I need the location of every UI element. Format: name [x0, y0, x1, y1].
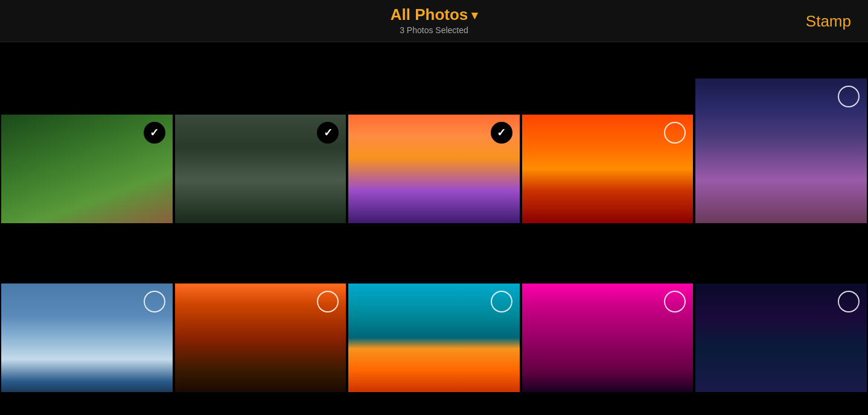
photo-item-p3[interactable]: ✓	[348, 115, 520, 223]
photo-item-p1[interactable]: ✓	[1, 115, 173, 223]
checkmark-icon-p2: ✓	[324, 127, 333, 138]
photo-row-1: ✓✓✓	[0, 42, 868, 247]
photo-item-p7[interactable]	[175, 284, 346, 392]
selection-indicator-p6[interactable]	[144, 291, 165, 312]
photo-item-p8[interactable]	[348, 284, 520, 392]
header-center: All Photos ▾ 3 Photos Selected	[391, 5, 478, 35]
photo-item-p6[interactable]	[1, 284, 173, 392]
selection-indicator-p8[interactable]	[491, 291, 512, 312]
selection-indicator-p10[interactable]	[838, 291, 860, 312]
selection-indicator-p3[interactable]: ✓	[491, 122, 512, 144]
photo-item-p2[interactable]: ✓	[175, 115, 346, 223]
app-header: All Photos ▾ 3 Photos Selected Stamp	[0, 0, 868, 42]
selection-count: 3 Photos Selected	[391, 25, 478, 35]
photo-row-2	[0, 247, 868, 415]
stamp-button[interactable]: Stamp	[806, 11, 851, 30]
selection-indicator-p7[interactable]	[317, 291, 339, 312]
header-title[interactable]: All Photos ▾	[391, 5, 478, 24]
selection-indicator-p5[interactable]	[838, 86, 860, 107]
photo-item-p5[interactable]	[695, 78, 867, 223]
photo-item-p4[interactable]	[522, 115, 694, 223]
selection-indicator-p1[interactable]: ✓	[144, 122, 165, 144]
dropdown-chevron-icon[interactable]: ▾	[471, 8, 477, 22]
photo-item-p10[interactable]	[695, 284, 867, 392]
checkmark-icon-p1: ✓	[150, 127, 159, 138]
checkmark-icon-p3: ✓	[497, 127, 506, 138]
selection-indicator-p2[interactable]: ✓	[317, 122, 339, 144]
all-photos-label: All Photos	[391, 5, 468, 24]
photo-item-p9[interactable]	[522, 284, 694, 392]
photo-grid: ✓✓✓	[0, 42, 868, 415]
